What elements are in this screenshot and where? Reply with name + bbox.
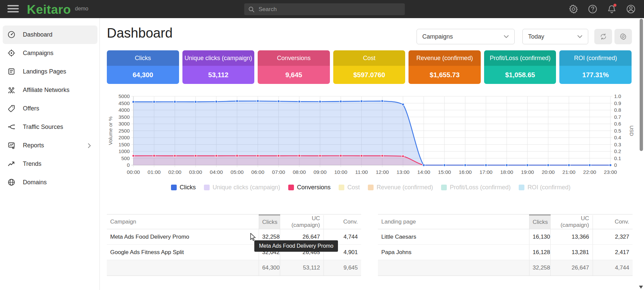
page-title: Dashboard bbox=[107, 26, 173, 41]
column-header-landing-page[interactable]: Landing page bbox=[378, 215, 529, 229]
help-icon[interactable] bbox=[588, 4, 598, 14]
legend-item-conversions[interactable]: Conversions bbox=[288, 184, 331, 191]
stat-card-label: Profit/Loss (confirmed) bbox=[484, 50, 556, 66]
sidebar-item-campaigns[interactable]: Campaigns bbox=[3, 44, 97, 62]
gear-icon[interactable] bbox=[568, 4, 578, 14]
svg-text:05:00: 05:00 bbox=[230, 169, 244, 175]
svg-text:16:00: 16:00 bbox=[459, 169, 472, 175]
svg-text:0.4: 0.4 bbox=[614, 135, 621, 140]
svg-text:0.6: 0.6 bbox=[614, 121, 621, 127]
column-header-clicks[interactable]: Clicks bbox=[259, 215, 280, 229]
svg-text:0.9: 0.9 bbox=[614, 100, 621, 106]
legend-swatch bbox=[204, 185, 210, 190]
sidebar-item-affiliate-networks[interactable]: Affiliate Networks bbox=[3, 81, 97, 99]
legend-item-clicks[interactable]: Clicks bbox=[171, 184, 196, 191]
column-header-conv-[interactable]: Conv. bbox=[324, 215, 361, 229]
sidebar-item-offers[interactable]: Offers bbox=[3, 99, 97, 118]
legend-label: Cost bbox=[347, 184, 360, 191]
totals-row: 64,30053,1129,645 bbox=[107, 260, 361, 276]
stat-card-value: $1,058.65 bbox=[484, 66, 556, 84]
svg-text:0.8: 0.8 bbox=[614, 107, 621, 113]
totals-cell: 64,300 bbox=[259, 260, 280, 276]
date-range-select[interactable]: Today bbox=[522, 29, 588, 44]
gear-icon bbox=[619, 33, 627, 40]
scrollbar-thumb[interactable] bbox=[640, 19, 643, 151]
people-icon bbox=[7, 86, 15, 94]
svg-text:18:00: 18:00 bbox=[500, 169, 513, 175]
column-header-conv-[interactable]: Conv. bbox=[593, 215, 633, 229]
legend-swatch bbox=[368, 185, 374, 190]
grouping-select-value: Campaigns bbox=[422, 33, 453, 40]
branch-icon bbox=[7, 123, 15, 131]
stat-cards-row: Clicks 64,300Unique clicks (campaign) 53… bbox=[107, 50, 632, 84]
sidebar-item-trends[interactable]: Trends bbox=[3, 155, 97, 173]
legend-item-roi-confirmed-[interactable]: ROI (confirmed) bbox=[519, 184, 570, 191]
svg-text:USD: USD bbox=[629, 126, 635, 136]
svg-text:07:00: 07:00 bbox=[272, 169, 285, 175]
sidebar-item-label: Campaigns bbox=[23, 50, 53, 57]
svg-text:17:00: 17:00 bbox=[479, 169, 492, 175]
totals-cell: 53,112 bbox=[280, 260, 324, 276]
sidebar-item-dashboard[interactable]: Dashboard bbox=[3, 26, 97, 44]
search-input[interactable] bbox=[258, 6, 401, 13]
svg-text:1.0: 1.0 bbox=[614, 93, 621, 99]
legend-item-unique-clicks-campaign-[interactable]: Unique clicks (campaign) bbox=[204, 184, 280, 191]
user-icon[interactable] bbox=[626, 4, 636, 14]
report-icon bbox=[7, 141, 15, 149]
sidebar-item-landings-pages[interactable]: Landings Pages bbox=[3, 62, 97, 81]
svg-text:02:00: 02:00 bbox=[168, 169, 181, 175]
sidebar-item-label: Domains bbox=[23, 179, 47, 186]
legend-swatch bbox=[288, 185, 294, 190]
svg-text:Volume or %: Volume or % bbox=[108, 116, 113, 145]
refresh-icon bbox=[600, 33, 607, 40]
totals-cell: 26,647 bbox=[550, 260, 593, 276]
sidebar-item-label: Traffic Sources bbox=[23, 124, 63, 131]
stat-card-roi-confirmed-: ROI (confirmed) 177.31% bbox=[559, 50, 632, 84]
dashboard-settings-button[interactable] bbox=[614, 29, 632, 44]
table-cell: Little Caesars bbox=[378, 229, 529, 245]
svg-text:09:00: 09:00 bbox=[313, 169, 327, 175]
sidebar: Dashboard Campaigns Landings Pages Affil… bbox=[0, 18, 100, 290]
legend-swatch bbox=[441, 185, 447, 190]
column-header-uc-campaign-[interactable]: UC (campaign) bbox=[550, 215, 593, 229]
svg-text:0.5: 0.5 bbox=[614, 128, 621, 134]
stat-card-label: Revenue (confirmed) bbox=[409, 50, 481, 66]
sidebar-item-label: Offers bbox=[23, 105, 39, 112]
legend-item-revenue-confirmed-[interactable]: Revenue (confirmed) bbox=[368, 184, 433, 191]
legend-item-profit-loss-confirmed-[interactable]: Profit/Loss (confirmed) bbox=[441, 184, 511, 191]
legend-label: Unique clicks (campaign) bbox=[213, 184, 280, 191]
table-row[interactable]: Papa Johns16,12813,2812,417 bbox=[378, 245, 633, 260]
svg-text:11:00: 11:00 bbox=[355, 169, 368, 175]
stat-card-value: 64,300 bbox=[107, 66, 179, 84]
sidebar-item-traffic-sources[interactable]: Traffic Sources bbox=[3, 118, 97, 136]
stat-card-value: 9,645 bbox=[258, 66, 330, 84]
svg-text:0: 0 bbox=[127, 162, 130, 168]
table-cell: 2,327 bbox=[593, 229, 633, 245]
table-cell: 16,130 bbox=[529, 229, 550, 245]
target-icon bbox=[7, 49, 15, 57]
bell-icon[interactable] bbox=[607, 4, 617, 14]
scroll-down-arrow[interactable] bbox=[639, 286, 643, 289]
svg-text:01:00: 01:00 bbox=[147, 169, 161, 175]
column-header-campaign[interactable]: Campaign bbox=[107, 215, 259, 229]
menu-icon[interactable] bbox=[7, 5, 19, 13]
column-header-uc-campaign-[interactable]: UC (campaign) bbox=[280, 215, 324, 229]
svg-text:0: 0 bbox=[614, 162, 617, 168]
sidebar-item-domains[interactable]: Domains bbox=[3, 173, 97, 192]
column-header-clicks[interactable]: Clicks bbox=[529, 215, 550, 229]
table-row[interactable]: Little Caesars16,13013,3662,327 bbox=[378, 229, 633, 245]
globe-icon bbox=[7, 178, 15, 186]
sidebar-item-reports[interactable]: Reports bbox=[3, 136, 97, 155]
gauge-icon bbox=[7, 31, 15, 39]
svg-text:14:00: 14:00 bbox=[417, 169, 430, 175]
stat-card-profit-loss-confirmed-: Profit/Loss (confirmed) $1,058.65 bbox=[484, 50, 556, 84]
refresh-button[interactable] bbox=[594, 29, 612, 44]
totals-cell: 32,258 bbox=[529, 260, 550, 276]
svg-text:13:00: 13:00 bbox=[396, 169, 410, 175]
search-box[interactable] bbox=[244, 3, 405, 15]
svg-text:08:00: 08:00 bbox=[293, 169, 306, 175]
grouping-select[interactable]: Campaigns bbox=[417, 29, 515, 44]
totals-cell: 4,744 bbox=[593, 260, 633, 276]
legend-item-cost[interactable]: Cost bbox=[339, 184, 360, 191]
sidebar-item-label: Affiliate Networks bbox=[23, 87, 70, 94]
